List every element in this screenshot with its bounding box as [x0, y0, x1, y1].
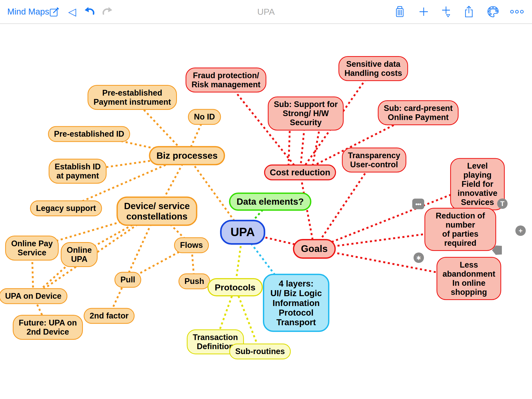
- add-icon[interactable]: [419, 0, 429, 23]
- add-child-icon[interactable]: [441, 0, 451, 23]
- node-pull[interactable]: Pull: [115, 272, 141, 288]
- node-sub-support[interactable]: Sub: Support for Strong/ H/W Security: [268, 96, 344, 130]
- node-goals[interactable]: Goals: [293, 239, 336, 259]
- node-sub-routines[interactable]: Sub-routines: [229, 343, 291, 359]
- plus-badge[interactable]: +: [515, 225, 526, 236]
- node-second-factor[interactable]: 2nd factor: [84, 308, 135, 324]
- toolbar: Mind Maps ◁ UPA: [0, 0, 532, 24]
- mind-maps-back-button[interactable]: Mind Maps: [7, 0, 49, 23]
- node-online-pay-service[interactable]: Online Pay Service: [5, 236, 59, 261]
- node-reduction-parties[interactable]: Reduction of number of parties required: [424, 208, 496, 251]
- node-push[interactable]: Push: [178, 273, 210, 289]
- node-online-upa[interactable]: Online UPA: [61, 242, 98, 267]
- back-icon[interactable]: ◁: [68, 0, 76, 23]
- compose-icon[interactable]: [49, 0, 60, 23]
- edge-goals-cost-reduction: [300, 172, 314, 249]
- node-sensitive-data[interactable]: Sensitive data Handling costs: [338, 56, 408, 81]
- node-transparency[interactable]: Transparency User-control: [342, 148, 406, 172]
- more-icon[interactable]: [510, 0, 524, 23]
- node-pre-est-id[interactable]: Pre-established ID: [48, 126, 130, 142]
- asterisk-badge[interactable]: ∗: [414, 252, 424, 263]
- node-future-upa[interactable]: Future: UPA on 2nd Device: [13, 315, 83, 340]
- undo-icon[interactable]: [84, 0, 96, 23]
- mindmap-canvas[interactable]: UPABiz processesPre-established Payment …: [0, 0, 532, 399]
- node-sub-card-present[interactable]: Sub: card-present Online Payment: [378, 100, 458, 125]
- node-less-abandonment[interactable]: Less abandonment In online shopping: [436, 257, 501, 300]
- node-level-playing[interactable]: Level playing Field for innovative Servi…: [450, 158, 505, 210]
- share-icon[interactable]: [464, 0, 474, 23]
- dots-badge[interactable]: •••: [412, 199, 424, 209]
- node-upa[interactable]: UPA: [220, 220, 265, 245]
- node-establish-id[interactable]: Establish ID at payment: [49, 159, 107, 184]
- node-no-id[interactable]: No ID: [188, 109, 221, 125]
- node-upa-on-device[interactable]: UPA on Device: [0, 288, 68, 304]
- node-flows[interactable]: Flows: [174, 237, 209, 253]
- node-four-layers[interactable]: 4 layers: UI/ Biz Logic Information Prot…: [263, 274, 329, 332]
- node-legacy-support[interactable]: Legacy support: [30, 200, 102, 216]
- node-cost-reduction[interactable]: Cost reduction: [264, 164, 336, 180]
- app-window: UPABiz processesPre-established Payment …: [0, 0, 532, 399]
- node-protocols[interactable]: Protocols: [208, 278, 263, 296]
- document-title: UPA: [257, 0, 275, 23]
- node-biz-processes[interactable]: Biz processes: [149, 146, 225, 165]
- node-data-elements[interactable]: Data elements?: [229, 192, 311, 211]
- node-device-service[interactable]: Device/ service constellations: [117, 196, 197, 226]
- trash-icon[interactable]: [394, 0, 405, 23]
- redo-icon[interactable]: [101, 0, 113, 23]
- node-fraud-protection[interactable]: Fraud protection/ Risk management: [185, 68, 266, 92]
- node-pre-est-payment[interactable]: Pre-established Payment instrument: [88, 85, 177, 110]
- t-badge[interactable]: T: [497, 198, 508, 209]
- palette-icon[interactable]: [487, 0, 499, 23]
